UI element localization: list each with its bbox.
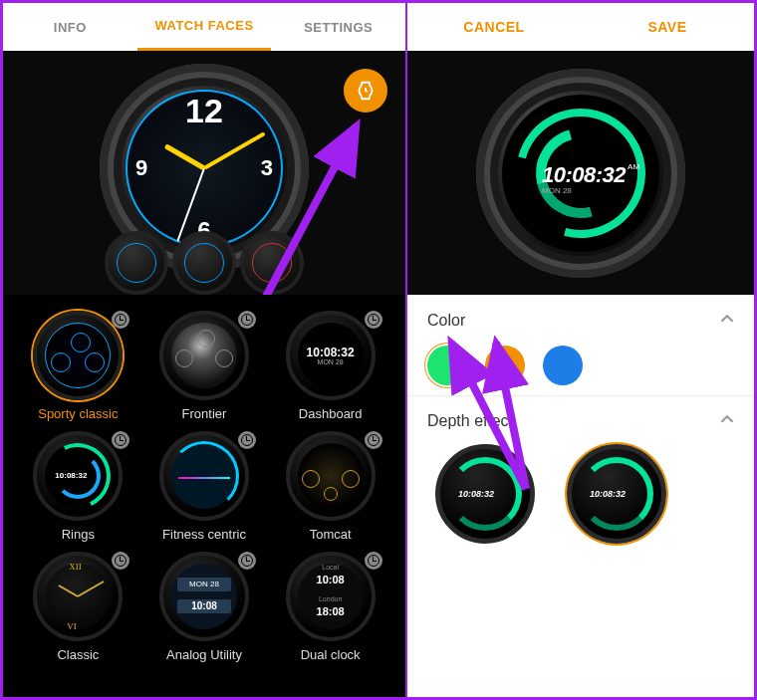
face-sporty-classic[interactable]: Sporty classic — [18, 311, 137, 421]
face-frontier[interactable]: Frontier — [144, 311, 264, 421]
clock-icon — [365, 431, 382, 449]
style-variant-3[interactable] — [240, 231, 304, 295]
watch-faces-screen: INFO WATCH FACES SETTINGS 12369 — [0, 0, 406, 700]
watch-icon — [355, 80, 377, 102]
face-label: Analog Utility — [144, 647, 264, 662]
style-variant-1[interactable] — [105, 231, 168, 295]
watch-face-grid[interactable]: Sporty classic Frontier 10:08:32MON 28 D… — [3, 295, 405, 697]
chevron-up-icon — [720, 312, 734, 330]
face-label: Dashboard — [271, 406, 390, 421]
face-label: Tomcat — [271, 527, 390, 542]
face-label: Rings — [18, 527, 137, 542]
color-swatch-orange[interactable] — [485, 346, 525, 385]
clock-icon — [238, 431, 256, 449]
color-swatch-blue[interactable] — [543, 346, 583, 385]
style-variant-2[interactable] — [172, 231, 236, 295]
color-swatch-green[interactable] — [427, 346, 467, 385]
face-label: Classic — [18, 647, 137, 662]
customize-preview: 10:08:32AM MON 28 — [407, 51, 754, 295]
face-label: Frontier — [144, 406, 264, 421]
color-section: Color — [407, 295, 754, 395]
tab-watch-faces[interactable]: WATCH FACES — [137, 3, 272, 51]
tab-bar: INFO WATCH FACES SETTINGS — [3, 3, 405, 51]
color-section-header[interactable]: Color — [427, 312, 734, 330]
face-label: Sporty classic — [18, 406, 137, 421]
tab-info[interactable]: INFO — [3, 3, 137, 51]
depth-option-on[interactable]: 10:08:32 — [435, 444, 535, 544]
face-label: Dual clock — [271, 647, 390, 662]
face-classic[interactable]: XIIVI Classic — [18, 552, 137, 662]
clock-icon — [112, 552, 129, 570]
face-dashboard[interactable]: 10:08:32MON 28 Dashboard — [271, 311, 390, 421]
tab-settings[interactable]: SETTINGS — [271, 3, 405, 51]
section-title: Color — [427, 312, 465, 330]
action-bar: CANCEL SAVE — [407, 3, 754, 51]
depth-option-row: 10:08:32 10:08:32 — [427, 444, 734, 544]
customize-screen: CANCEL SAVE 10:08:32AM MON 28 Color — [406, 0, 757, 700]
current-watch-face-preview: 12369 — [3, 51, 405, 295]
customize-button[interactable] — [344, 69, 387, 113]
chevron-up-icon — [720, 412, 734, 430]
face-fitness-centric[interactable]: Fitness centric — [144, 431, 264, 542]
face-analog-utility[interactable]: MON 2810:08 Analog Utility — [144, 552, 264, 662]
depth-section-header[interactable]: Depth effect — [427, 412, 734, 430]
cancel-button[interactable]: CANCEL — [407, 3, 581, 51]
face-label: Fitness centric — [144, 527, 264, 542]
clock-icon — [238, 552, 256, 570]
clock-icon — [112, 431, 129, 449]
save-button[interactable]: SAVE — [581, 3, 754, 51]
color-swatch-row — [427, 346, 734, 385]
depth-effect-section: Depth effect 10:08:32 10:08:32 — [407, 395, 754, 554]
clock-icon — [238, 311, 256, 329]
face-rings[interactable]: 10:08:32 Rings — [18, 431, 137, 542]
face-tomcat[interactable]: Tomcat — [271, 431, 390, 542]
face-dual-clock[interactable]: Local10:08London18:08 Dual clock — [271, 552, 390, 662]
preview-time: 10:08:32AM MON 28 — [542, 162, 639, 195]
section-title: Depth effect — [427, 412, 513, 430]
style-variant-row — [3, 231, 405, 295]
clock-icon — [112, 311, 129, 329]
depth-option-off[interactable]: 10:08:32 — [567, 444, 666, 544]
clock-icon — [365, 311, 382, 329]
